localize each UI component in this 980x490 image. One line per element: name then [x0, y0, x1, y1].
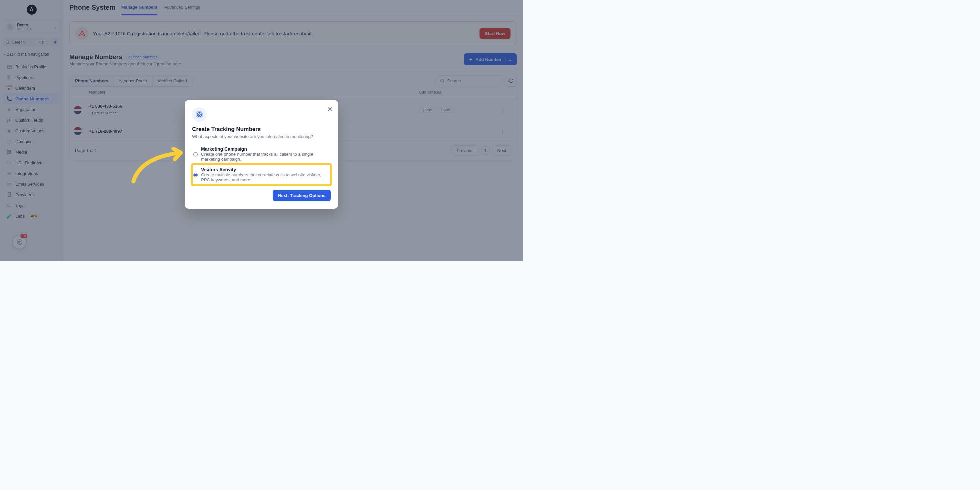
- option-title: Marketing Campaign: [201, 146, 329, 152]
- option-desc: Create multiple numbers that correlate c…: [201, 172, 329, 182]
- svg-point-10: [197, 113, 202, 117]
- radio-input[interactable]: [193, 168, 198, 182]
- tracking-option-marketing-campaign[interactable]: Marketing CampaignCreate one phone numbe…: [192, 144, 331, 164]
- modal-close-button[interactable]: ✕: [327, 105, 333, 113]
- create-tracking-modal: ✕ Create Tracking Numbers What aspects o…: [185, 100, 338, 208]
- option-desc: Create one phone number that tracks all …: [201, 152, 329, 162]
- option-title: Visitors Activity: [201, 167, 329, 172]
- modal-next-button[interactable]: Next: Tracking Options: [273, 190, 331, 201]
- tracking-option-visitors-activity[interactable]: Visitors ActivityCreate multiple numbers…: [192, 164, 331, 185]
- radio-input[interactable]: [193, 147, 198, 162]
- svg-point-9: [199, 114, 200, 116]
- modal-title: Create Tracking Numbers: [192, 126, 331, 133]
- modal-subtitle: What aspects of your website are you int…: [192, 134, 331, 139]
- tracking-icon: [192, 107, 207, 122]
